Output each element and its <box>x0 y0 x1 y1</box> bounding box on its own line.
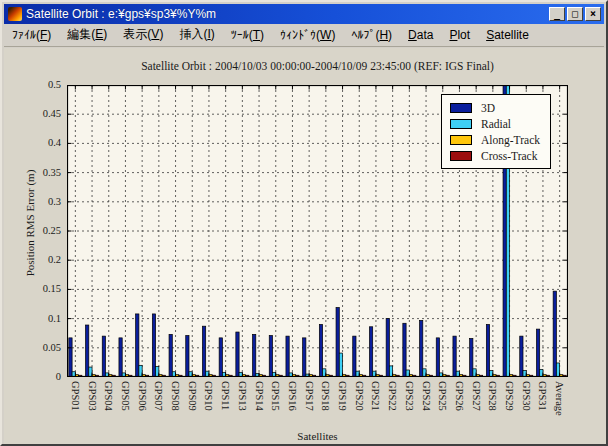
close-button[interactable]: × <box>585 7 601 21</box>
x-tick-label: GPS08 <box>169 381 181 411</box>
legend-label: Cross-Track <box>481 150 537 162</box>
bar-3d-gps18 <box>319 324 322 377</box>
x-tick-label: GPS27 <box>470 381 482 411</box>
x-tick-label: GPS04 <box>102 381 114 411</box>
bar-3d-gps27 <box>470 338 473 377</box>
legend-entry-radial: Radial <box>450 116 542 132</box>
x-tick-label: GPS10 <box>202 381 214 411</box>
bar-3d-gps30 <box>520 336 523 377</box>
menu-item-window[interactable]: ｳｨﾝﾄﾞｳ(W) <box>272 25 343 46</box>
legend-entry-along-track: Along-Track <box>450 132 542 148</box>
bar-3d-gps03 <box>86 325 89 377</box>
y-tick-label: 0.05 <box>19 342 61 354</box>
x-tick-label: GPS29 <box>503 381 515 411</box>
x-tick-label: GPS19 <box>336 381 348 411</box>
bar-3d-gps16 <box>286 336 289 377</box>
bar-3d-gps26 <box>453 336 456 377</box>
menu-item-data[interactable]: Data <box>400 25 441 46</box>
x-tick-label: GPS09 <box>186 381 198 411</box>
x-tick-label: GPS07 <box>152 381 164 411</box>
x-axis-label: Satellites <box>67 430 568 442</box>
bar-3d-gps08 <box>169 334 172 377</box>
y-tick-label: 0.3 <box>19 196 61 208</box>
x-tick-label: GPS03 <box>86 381 98 411</box>
legend-swatch <box>450 151 472 161</box>
x-tick-label: GPS13 <box>236 381 248 411</box>
bar-3d-gps23 <box>403 323 406 377</box>
x-tick-label: GPS18 <box>319 381 331 411</box>
x-tick-label: GPS14 <box>253 381 265 411</box>
bar-3d-gps28 <box>486 324 489 377</box>
x-tick-label: GPS31 <box>536 381 548 411</box>
x-tick-label: GPS30 <box>520 381 532 411</box>
x-tick-label: GPS21 <box>369 381 381 411</box>
legend-label: Radial <box>481 118 511 130</box>
bar-3d-gps25 <box>436 338 439 377</box>
bar-3d-gps17 <box>303 338 306 377</box>
y-tick-label: 0.25 <box>19 225 61 237</box>
menu-item-satellite[interactable]: Satellite <box>478 25 537 46</box>
menu-item-file[interactable]: ﾌｧｲﾙ(F) <box>4 25 59 46</box>
y-tick-label: 0.35 <box>19 167 61 179</box>
legend-entry-cross-track: Cross-Track <box>450 148 542 164</box>
maximize-button[interactable]: □ <box>567 7 583 21</box>
bar-3d-gps19 <box>336 308 339 378</box>
bar-3d-gps14 <box>253 334 256 377</box>
chart-title: Satellite Orbit : 2004/10/03 00:00:00-20… <box>67 60 568 72</box>
bar-3d-gps11 <box>219 338 222 377</box>
app-window: Satellite Orbit : e:¥gps¥sp3¥%Y%m _ □ × … <box>0 0 608 446</box>
window-title: Satellite Orbit : e:¥gps¥sp3¥%Y%m <box>26 4 547 24</box>
legend-swatch <box>450 135 472 145</box>
legend-swatch <box>450 119 472 129</box>
bar-3d-gps20 <box>353 336 356 377</box>
x-tick-label: Average <box>553 381 565 416</box>
legend-label: Along-Track <box>481 134 540 146</box>
x-tick-label: GPS16 <box>286 381 298 411</box>
bar-3d-gps01 <box>69 338 72 377</box>
bar-3d-gps13 <box>236 332 239 377</box>
x-tick-label: GPS15 <box>269 381 281 411</box>
y-tick-label: 0.4 <box>19 137 61 149</box>
bar-3d-gps06 <box>136 314 139 377</box>
menu-item-help[interactable]: ﾍﾙﾌﾟ(H) <box>343 25 400 46</box>
y-tick-label: 0.15 <box>19 283 61 295</box>
x-tick-label: GPS06 <box>136 381 148 411</box>
y-tick-label: 0 <box>19 371 61 383</box>
bar-3d-gps15 <box>269 336 272 377</box>
bar-3d-gps05 <box>119 338 122 377</box>
bar-3d-gps09 <box>186 336 189 377</box>
app-icon <box>8 7 22 21</box>
minimize-button[interactable]: _ <box>549 7 565 21</box>
legend-label: 3D <box>481 102 495 114</box>
y-tick-label: 0.45 <box>19 108 61 120</box>
x-tick-label: GPS26 <box>453 381 465 411</box>
figure-area: Satellite Orbit : 2004/10/03 00:00:00-20… <box>4 48 608 446</box>
bar-3d-gps31 <box>536 329 539 377</box>
menu-item-plot[interactable]: Plot <box>441 25 478 46</box>
x-tick-label: GPS28 <box>486 381 498 411</box>
legend-swatch <box>450 103 472 113</box>
x-tick-label: GPS05 <box>119 381 131 411</box>
x-tick-label: GPS23 <box>403 381 415 411</box>
menu-bar: ﾌｧｲﾙ(F) 編集(E) 表示(V) 挿入(I) ﾂｰﾙ(T) ｳｨﾝﾄﾞｳ(… <box>4 24 604 47</box>
y-tick-label: 0.1 <box>19 313 61 325</box>
y-tick-label: 0.2 <box>19 254 61 266</box>
title-bar[interactable]: Satellite Orbit : e:¥gps¥sp3¥%Y%m _ □ × <box>4 4 604 24</box>
x-tick-label: GPS20 <box>353 381 365 411</box>
y-tick-label: 0.5 <box>19 79 61 91</box>
bar-3d-gps24 <box>420 320 423 377</box>
menu-item-tools[interactable]: ﾂｰﾙ(T) <box>223 25 272 46</box>
bar-3d-gps04 <box>102 336 105 377</box>
x-tick-label: GPS22 <box>386 381 398 411</box>
bar-3d-gps22 <box>386 319 389 377</box>
menu-item-edit[interactable]: 編集(E) <box>59 23 115 47</box>
bar-3d-average <box>553 291 556 377</box>
x-tick-label: GPS11 <box>219 381 231 410</box>
bar-3d-gps21 <box>369 327 372 377</box>
menu-item-view[interactable]: 表示(V) <box>115 23 171 47</box>
x-tick-label: GPS25 <box>436 381 448 411</box>
menu-item-insert[interactable]: 挿入(I) <box>171 23 222 47</box>
bar-3d-gps07 <box>152 314 155 377</box>
x-tick-label: GPS24 <box>420 381 432 411</box>
x-tick-label: GPS17 <box>303 381 315 411</box>
